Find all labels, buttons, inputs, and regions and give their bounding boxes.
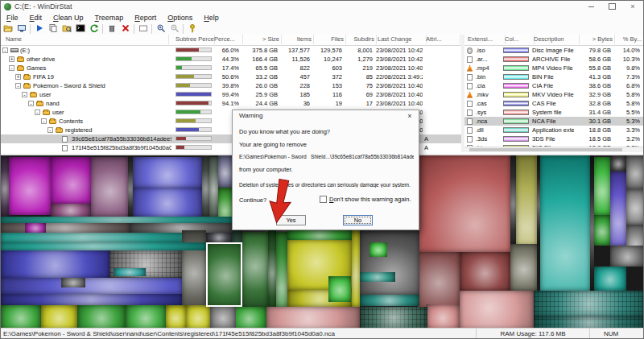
ext-column-header-by[interactable]: % By...	[613, 35, 643, 44]
column-header-size[interactable]: > Size	[241, 35, 282, 44]
treemap-block[interactable]	[594, 215, 610, 246]
command-prompt-button[interactable]	[73, 23, 87, 35]
treemap-block[interactable]	[1, 233, 206, 242]
horizontal-scrollbar[interactable]	[464, 147, 643, 152]
column-header-lastchange[interactable]: Last Change	[376, 35, 427, 44]
column-header-items[interactable]: Items	[279, 35, 314, 44]
column-header-files[interactable]: Files	[312, 35, 346, 44]
collapse-icon[interactable]: -	[47, 127, 53, 133]
expand-icon[interactable]: +	[9, 56, 14, 62]
treemap-block[interactable]	[206, 233, 232, 242]
column-header-subtreepercent[interactable]: Subtree Percent...	[174, 35, 215, 44]
treemap-block[interactable]	[510, 155, 516, 244]
treemap-block[interactable]	[534, 291, 644, 316]
treemap-block[interactable]	[126, 305, 166, 329]
treemap-block[interactable]	[360, 295, 419, 306]
extension-row[interactable]: .isoDisc Image File79.8 GB14.0%	[464, 46, 643, 55]
scrollbar-thumb[interactable]	[469, 148, 622, 151]
extension-row[interactable]: .ncaNCA File30.1 GB5.3%	[464, 117, 643, 126]
treemap-block[interactable]	[268, 230, 276, 308]
collapse-icon[interactable]: -	[22, 92, 27, 97]
treemap-block[interactable]	[51, 204, 91, 217]
treemap-block[interactable]	[25, 223, 46, 233]
treemap-block[interactable]	[77, 305, 126, 329]
resize-grip[interactable]	[632, 329, 643, 339]
treemap-block[interactable]	[166, 305, 186, 329]
treemap-block[interactable]	[218, 155, 232, 188]
dont-show-again-option[interactable]: Don't show this warning again.	[320, 196, 411, 203]
dialog-close-button[interactable]: ×	[404, 110, 415, 122]
minimize-button[interactable]	[580, 1, 601, 12]
treemap-block[interactable]	[360, 272, 395, 282]
treemap-block[interactable]	[133, 188, 202, 217]
tree-row[interactable]: -Pokemon - Sword & Shield39.8%26.0 GB228…	[1, 81, 461, 90]
tree-row[interactable]: -user99.4%25.9 GB1851166923/08/2021 10:4…	[1, 90, 461, 99]
treemap-block[interactable]	[9, 157, 51, 215]
treemap-block[interactable]	[202, 155, 209, 217]
treemap-block[interactable]	[276, 232, 287, 307]
zoom-out-button[interactable]	[167, 23, 181, 35]
collapse-icon[interactable]: -	[9, 65, 14, 71]
treemap-block[interactable]	[61, 278, 85, 287]
extension-row[interactable]: .ciaCIA File38.6 GB6.8%	[464, 81, 643, 90]
refresh-button[interactable]	[87, 23, 101, 35]
tree-row[interactable]: -nand94.1%24.4 GB36191723/08/2021 10:40:…	[1, 99, 461, 108]
treemap-block[interactable]	[1, 305, 41, 329]
menu-item-treemap[interactable]: Treemap	[89, 14, 130, 22]
column-header-subdirs[interactable]: Subdirs	[344, 35, 377, 44]
treemap-block[interactable]	[232, 307, 266, 329]
treemap-block[interactable]	[1, 223, 130, 233]
select-drives-button[interactable]	[14, 23, 28, 35]
column-header-attri[interactable]: Attri...	[424, 35, 460, 44]
extension-row[interactable]: .binBIN File41.3 GB7.3%	[464, 72, 643, 81]
ext-column-header-extensi[interactable]: Extensi...	[466, 35, 506, 44]
treemap-block[interactable]	[610, 155, 626, 172]
treemap-block[interactable]	[1, 250, 109, 278]
column-header-name[interactable]: Name	[4, 35, 169, 44]
treemap-block[interactable]	[1, 242, 206, 250]
menu-item-report[interactable]: Report	[129, 14, 162, 22]
copy-button[interactable]	[46, 23, 60, 35]
menu-item-edit[interactable]: Edit	[24, 14, 48, 22]
menu-item-file[interactable]: File	[1, 14, 24, 22]
extension-row[interactable]: .ar...ARCHIVE File58.6 GB10.3%	[464, 55, 643, 64]
resume-button[interactable]	[32, 23, 46, 35]
treemap-block[interactable]	[266, 307, 360, 329]
treemap-block[interactable]	[130, 223, 232, 233]
cleanup-button[interactable]	[105, 23, 118, 35]
menu-item-clean-up[interactable]: Clean Up	[47, 14, 89, 22]
open-button[interactable]	[1, 23, 14, 35]
close-button[interactable]: ×	[622, 1, 643, 12]
treemap-block[interactable]	[626, 155, 644, 189]
extension-row[interactable]: .mkvMKV Video File (VLC)32.9 GB5.8%	[464, 90, 643, 99]
extension-row[interactable]: .casCAS File32.8 GB5.8%	[464, 99, 643, 108]
menu-item-help[interactable]: Help	[198, 14, 225, 22]
ext-column-header-description[interactable]: Description	[532, 35, 580, 44]
treemap-block[interactable]	[369, 242, 387, 257]
extension-row[interactable]: .dllApplication extension18.8 GB3.3%	[464, 126, 643, 134]
collapse-icon[interactable]: -	[2, 48, 8, 53]
treemap-block[interactable]	[1, 294, 182, 305]
treemap-block[interactable]	[460, 252, 510, 291]
treemap-block[interactable]	[287, 230, 352, 240]
treemap-block[interactable]	[626, 189, 644, 225]
treemap-block[interactable]	[352, 230, 360, 307]
treemap-block[interactable]	[1, 278, 182, 294]
dont-show-again-checkbox[interactable]	[320, 196, 327, 203]
treemap-block[interactable]	[209, 157, 218, 217]
treemap-block[interactable]	[460, 291, 534, 329]
treemap-block[interactable]	[91, 157, 128, 217]
tree-row[interactable]: +FIFA 1950.6%33.2 GB4573728522/08/2021 3…	[1, 72, 461, 81]
tree-row[interactable]: -Games17.4%65.5 GB82260321923/08/2021 10…	[1, 64, 461, 72]
treemap-view-button[interactable]	[136, 23, 150, 35]
treemap-block[interactable]	[418, 155, 510, 252]
maximize-button[interactable]	[601, 1, 622, 12]
zoom-in-button[interactable]	[154, 23, 167, 35]
treemap-block[interactable]	[516, 155, 537, 246]
tree-row[interactable]: +other drive44.3%166.4 GB11,52610,2471,2…	[1, 55, 461, 64]
treemap-block[interactable]	[510, 244, 537, 291]
treemap-block[interactable]	[360, 230, 419, 295]
collapse-icon[interactable]: -	[41, 118, 47, 124]
menu-item-options[interactable]: Options	[162, 14, 198, 22]
no-button[interactable]: No	[343, 215, 373, 225]
